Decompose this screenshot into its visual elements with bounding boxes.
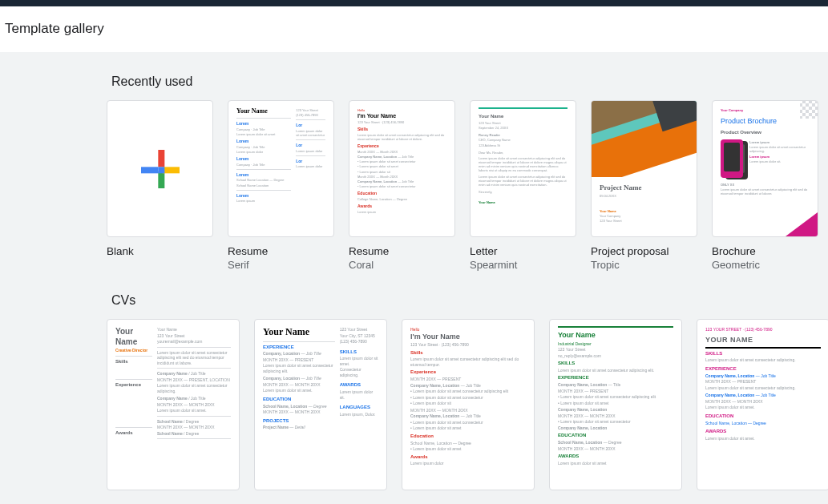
thumb-project-name: Project Name [600,183,689,193]
page-title: Template gallery [0,6,828,52]
geometric-triangle [786,212,818,236]
template-subtitle: Spearmint [470,259,576,271]
svg-rect-0 [158,150,164,167]
template-thumb[interactable]: Your Company Product Brochure Product Ov… [712,100,818,237]
template-blank[interactable]: Blank [107,100,213,271]
thumb-name: Your Name [479,114,567,120]
thumb-name: Your Name [263,326,335,339]
template-cv-serif[interactable]: Your Name EXPERIENCE Company, Location —… [254,319,387,490]
template-thumb[interactable]: Your Name EXPERIENCE Company, Location —… [254,319,387,490]
template-subtitle: Geometric [712,259,818,271]
template-thumb[interactable]: Hello I'm Your Name 123 Your Street · (1… [402,319,535,490]
tropic-art [592,101,697,177]
template-brochure-geometric[interactable]: Your Company Product Brochure Product Ov… [712,100,818,271]
svg-rect-2 [141,167,158,173]
template-resume-coral[interactable]: Hello I'm Your Name 123 Your Street · (1… [349,100,455,271]
template-thumb[interactable]: Your Name Creative Director Skills Exper… [107,319,240,490]
svg-rect-1 [158,171,164,187]
thumb-name: I'm Your Name [357,112,446,119]
template-title: Project proposal [591,245,697,257]
template-cv-spearmint[interactable]: Your Name Industrial Designer 123 Your S… [549,319,682,490]
svg-rect-4 [158,167,164,173]
template-cv-swiss[interactable]: Your Name Creative Director Skills Exper… [107,319,240,490]
geometric-pattern [800,101,818,119]
template-subtitle: Tropic [591,259,697,271]
template-title: Resume [349,245,455,257]
thumb-name: Your Name [236,107,291,115]
template-title: Brochure [712,245,818,257]
template-cv-modern[interactable]: 123 YOUR STREET · (123) 456-7890 YOUR NA… [697,319,828,490]
template-thumb[interactable]: Project Name 09.04.20XX Your Name Your C… [591,100,697,237]
template-thumb[interactable]: Your Name 123 Your Street September 24, … [470,100,576,237]
template-letter-spearmint[interactable]: Your Name 123 Your Street September 24, … [470,100,576,271]
recently-used-row: Blank Your Name Lorem Company · Job Titl… [107,100,828,271]
section-cvs-title: CVs [111,293,828,308]
template-resume-serif[interactable]: Your Name Lorem Company · Job Title Lore… [228,100,334,271]
template-project-proposal-tropic[interactable]: Project Name 09.04.20XX Your Name Your C… [591,100,697,271]
template-thumb[interactable]: Your Name Industrial Designer 123 Your S… [549,319,682,490]
thumb-label: Lorem [236,121,291,127]
template-thumb[interactable]: Your Name Lorem Company · Job Title Lore… [228,100,334,237]
plus-icon [141,150,180,188]
template-subtitle: Coral [349,259,455,271]
template-thumb[interactable]: Hello I'm Your Name 123 Your Street · (1… [349,100,455,237]
section-recently-used-title: Recently used [111,75,828,89]
template-cv-coral[interactable]: Hello I'm Your Name 123 Your Street · (1… [402,319,535,490]
gallery-body: Recently used Blank [0,52,828,504]
template-title: Blank [107,245,213,257]
template-title: Letter [470,245,576,257]
template-title: Resume [228,245,334,257]
cvs-row: Your Name Creative Director Skills Exper… [107,319,828,490]
template-subtitle: Serif [228,259,334,271]
template-thumb-blank[interactable] [107,100,213,237]
brochure-title: Product Brochure [721,117,810,127]
template-thumb[interactable]: 123 YOUR STREET · (123) 456-7890 YOUR NA… [697,319,828,490]
svg-rect-3 [162,167,179,173]
window-topbar [0,0,828,6]
